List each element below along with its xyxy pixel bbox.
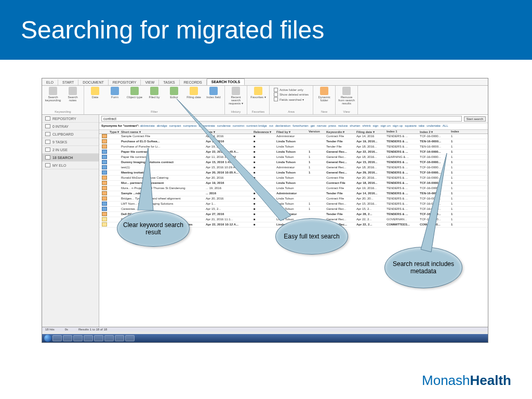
cell-filingdate: Apr 18, 2016... [356,181,387,184]
ribbon-btn-remove-from-search-results[interactable]: Remove from search results [338,87,355,105]
synonym-link[interactable]: condense [217,124,231,127]
tab-tasks[interactable]: TASKS [159,79,179,85]
synonym-link[interactable]: narrow [317,124,326,127]
ribbon-btn-search-notes[interactable]: Search notes [64,87,82,102]
tab-repository[interactable]: REPOSITORY [109,79,141,85]
taskbar-button[interactable] [84,335,93,341]
synonym-link[interactable]: compact [169,124,181,127]
synonym-link[interactable]: foreshorten [292,124,308,127]
grid-row[interactable]: test(1)Apr 15, 2016 10:29 A...■Administr… [99,165,488,170]
synonym-link[interactable]: shrink [362,124,370,127]
grid-row[interactable]: Purchase of Porsche for Li...Apr 19, 201… [99,144,488,150]
sidebar-item-tasks[interactable]: 9 TASKS [42,138,99,146]
synonym-link[interactable]: constrict [233,124,244,127]
synonym-link[interactable]: sign up [393,124,403,127]
col-filingdate[interactable]: Filing date ▾ [356,130,387,134]
ribbon-btn-favorites-[interactable]: Favorites ▾ [249,87,267,99]
grid-row[interactable]: LMT Nom... ubator, Imaging SolutionsApr … [99,202,488,207]
synonym-link[interactable]: undertake [427,124,441,127]
grid-row[interactable]: Dummy Imaging Solutions contractApr 15, … [99,160,488,165]
taskbar-button[interactable] [104,335,114,341]
synonym-link[interactable]: sign [373,124,378,127]
synonym-link[interactable]: reduce [338,124,348,127]
cell-index3: 1 [451,166,463,169]
tab-view[interactable]: VIEW [141,79,159,85]
taskbar-button[interactable] [73,335,83,341]
synonym-link[interactable]: contract bridge [246,124,267,127]
col-type[interactable]: Type ▾ [110,130,120,134]
col-relevance[interactable]: Relevance ▾ [254,130,276,134]
search-input[interactable]: contract [101,116,462,122]
grid-row[interactable]: Paper file contractApr 22, 2016 10:45 A.… [99,150,488,155]
tab-document[interactable]: DOCUMENT [78,79,108,85]
synonym-link[interactable]: concentrate [198,124,215,127]
grid-row[interactable]: Sample ...nder File... 2016■Administrato… [99,191,488,196]
sidebar-item-search[interactable]: 18 SEARCH [42,154,99,162]
sidebar-item-clipboard[interactable]: CLIPBOARD [42,130,99,138]
ribbon-btn-recent-search-requests-[interactable]: Recent search requests ▾ [227,87,245,105]
taskbar-button[interactable] [94,335,103,341]
cell-index2: TEN-16-0000... [420,192,451,195]
ribbon-btn-filing-date[interactable]: Filing date [185,87,203,99]
ribbon-check[interactable]: Fields searched ▾ [274,97,309,101]
grid-row[interactable]: Ronald McDonald House CateringApr 20, 20… [99,176,488,181]
ribbon-btn-filed-by[interactable]: Filed by [145,87,163,99]
sidebar-item-in-use[interactable]: 2 IN USE [42,146,99,154]
ribbon-btn-index-field[interactable]: Index field [205,87,222,99]
ribbon-btn-search-keywording[interactable]: Search keywording [44,87,62,102]
ribbon-btn-dynamic-folder[interactable]: Dynamic folder [315,87,333,102]
col-index2[interactable]: Index 2 ▾ [420,130,451,134]
taskbar-button[interactable] [115,335,124,341]
taskbar-button[interactable] [63,335,72,341]
synonym-link[interactable]: press [328,124,336,127]
cell-filingdate: Apr 15, 2016... [356,161,387,164]
synonym-link[interactable]: abridge [157,124,167,127]
col-index3[interactable]: Index [451,130,463,133]
grid-row[interactable]: Mora... n Projects, 229 Thomas St Danden… [99,186,488,191]
taskbar-button[interactable] [125,335,135,341]
cell-relevance: ■ [254,181,276,184]
tab-start[interactable]: START [58,79,78,85]
synonym-link[interactable]: sign on [380,124,390,127]
ribbon-btn-form[interactable]: Form [106,87,124,99]
ribbon-btn-editor[interactable]: Editor [165,87,183,99]
ribbon-btn-object-type[interactable]: Object type [126,87,143,99]
col-keywording[interactable]: Keywordin ▾ [326,130,356,134]
sidebar-label: 18 SEARCH [52,156,73,159]
ribbon-btn-date[interactable]: Date [86,87,104,99]
synonym-link[interactable]: take [419,124,424,127]
col-version[interactable]: Version [309,130,326,133]
tab-search-tools[interactable]: SEARCH TOOLS [207,78,245,85]
start-orb-icon[interactable] [44,335,51,342]
col-shortname[interactable]: Short name ▾ [120,130,206,134]
ribbon-check[interactable]: Active folder only [274,88,309,92]
col-filedby[interactable]: Filed by ▾ [276,130,309,134]
grid-row[interactable]: Paper file contractApr 11, 2016 1:41 PM■… [99,155,488,160]
synonym-link[interactable]: get [311,124,315,127]
col-index1[interactable]: Index 1 [387,130,420,133]
tab-records[interactable]: RECORDS [180,79,207,85]
cell-index1: TENDERS & ... [387,135,420,138]
synonym-link[interactable]: shorten [350,124,360,127]
cell-filedby: Linda Tolson [276,202,309,205]
synonym-link[interactable]: squeeze [405,124,417,127]
synonym-link[interactable]: cut [269,124,273,127]
col-date[interactable]: Date ▾ [206,130,254,134]
cell-filedby: Administrator [276,192,309,195]
synonym-link[interactable]: declaration [275,124,290,127]
start-search-button[interactable]: Start search [464,116,486,122]
grid-row[interactable]: Purchase of ELO Softwa...Apr 19, 2016■Li… [99,139,488,144]
grid-row[interactable]: Mor... partnership agreementApr 19, 2016… [99,181,488,186]
tab-elo[interactable]: ELO [42,79,58,85]
ribbon-check[interactable]: Show deleted entries [274,92,309,97]
synonym-link[interactable]: compress [183,124,196,127]
grid-row[interactable]: Meeting invitationApr 20, 2016 10:05 A..… [99,170,488,176]
sidebar-item-repository[interactable]: REPOSITORY [42,115,99,123]
synonym-link[interactable]: abbreviate [140,124,155,127]
sidebar-item-intray[interactable]: 0 INTRAY [42,123,99,130]
grid-row[interactable]: Sample Contract FileApr 14, 2016■Adminis… [99,134,488,139]
taskbar-button[interactable] [52,335,62,341]
sidebar-item-my-elo[interactable]: MY ELO [42,162,99,169]
synonym-link[interactable]: ALL [443,124,448,127]
grid-row[interactable]: Bridges... Tyres, tyres and wheel alignm… [99,196,488,202]
